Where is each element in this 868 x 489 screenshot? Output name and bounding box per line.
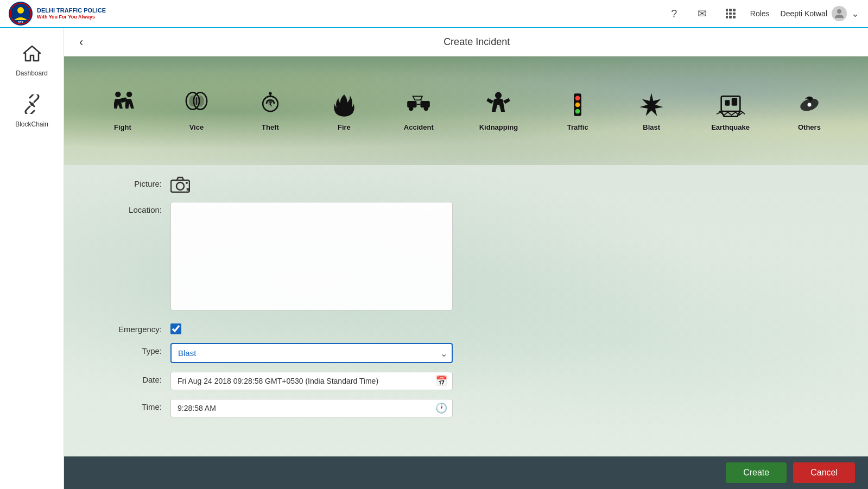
mail-icon: ✉ xyxy=(698,7,707,20)
svg-point-31 xyxy=(807,103,811,106)
kidnapping-icon xyxy=(484,91,512,121)
incident-type-others[interactable]: Others xyxy=(791,86,828,136)
location-control xyxy=(170,202,453,313)
others-label: Others xyxy=(798,123,821,131)
traffic-icon xyxy=(563,91,592,121)
incident-types: Fight Vice xyxy=(64,56,868,165)
emergency-checkbox[interactable] xyxy=(170,323,181,334)
incident-type-theft[interactable]: ₹ Theft xyxy=(252,86,289,136)
page-title: Create Incident xyxy=(96,36,857,48)
incident-type-fire[interactable]: Fire xyxy=(326,86,363,136)
sidebar: Dashboard BlockChain xyxy=(0,28,64,489)
svg-text:DTP: DTP xyxy=(18,21,24,24)
blast-icon xyxy=(637,91,666,121)
vice-label: Vice xyxy=(189,123,204,131)
svg-text:₹: ₹ xyxy=(268,100,273,108)
svg-point-15 xyxy=(269,92,271,94)
type-row: Type: Fight Vice Theft Fire Accident Kid… xyxy=(107,343,825,363)
svg-point-24 xyxy=(575,96,580,100)
content-area: ‹ Create Incident xyxy=(64,28,868,489)
sidebar-item-label-dashboard: Dashboard xyxy=(16,69,48,77)
picture-row: Picture: xyxy=(107,176,825,193)
incident-type-fight[interactable]: Fight xyxy=(104,86,141,136)
svg-point-21 xyxy=(424,106,429,111)
chevron-down-icon: ⌄ xyxy=(851,8,859,20)
date-input[interactable] xyxy=(170,372,453,390)
sidebar-item-blockchain[interactable]: BlockChain xyxy=(0,88,64,135)
back-button[interactable]: ‹ xyxy=(75,33,87,52)
incident-type-earthquake[interactable]: Earthquake xyxy=(707,86,754,136)
date-row: Date: 📅 xyxy=(107,372,825,390)
create-button[interactable]: Create xyxy=(726,462,787,483)
camera-button[interactable] xyxy=(170,176,190,193)
location-label: Location: xyxy=(107,202,162,214)
incident-type-kidnapping[interactable]: Kidnapping xyxy=(475,86,523,136)
page-header: ‹ Create Incident xyxy=(64,28,868,56)
user-menu[interactable]: Deepti Kotwal ⌄ xyxy=(781,6,859,21)
user-avatar xyxy=(832,6,847,21)
time-input[interactable] xyxy=(170,399,453,417)
time-control: 🕐 xyxy=(170,399,453,417)
svg-point-34 xyxy=(186,182,188,184)
theft-icon: ₹ xyxy=(256,91,284,121)
time-label: Time: xyxy=(107,399,162,411)
location-input[interactable] xyxy=(170,202,453,310)
theft-label: Theft xyxy=(262,123,279,131)
logo: DTP xyxy=(9,2,33,26)
accident-icon xyxy=(404,91,433,121)
chain-icon xyxy=(22,94,42,118)
logo-area: DTP DELHI TRAFFIC POLICE With You For Yo… xyxy=(9,2,106,26)
earthquake-icon xyxy=(717,91,745,121)
bottom-bar: Create Cancel xyxy=(64,456,868,489)
cancel-button[interactable]: Cancel xyxy=(793,462,855,483)
svg-point-33 xyxy=(176,182,184,190)
blast-label: Blast xyxy=(643,123,660,131)
accident-label: Accident xyxy=(404,123,434,131)
form-section: Picture: xyxy=(64,165,868,456)
top-nav: DTP DELHI TRAFFIC POLICE With You For Yo… xyxy=(0,0,868,28)
incident-type-blast[interactable]: Blast xyxy=(633,86,670,136)
help-icon: ? xyxy=(671,8,677,20)
user-name: Deepti Kotwal xyxy=(781,9,827,18)
help-button[interactable]: ? xyxy=(666,5,683,22)
fight-label: Fight xyxy=(114,123,131,131)
roles-button[interactable]: Roles xyxy=(750,9,770,18)
svg-rect-12 xyxy=(196,97,197,105)
type-select[interactable]: Fight Vice Theft Fire Accident Kidnappin… xyxy=(170,343,453,363)
mail-button[interactable]: ✉ xyxy=(694,5,711,22)
svg-point-20 xyxy=(409,106,414,111)
svg-point-6 xyxy=(115,91,121,97)
sidebar-item-label-blockchain: BlockChain xyxy=(15,120,48,128)
svg-point-9 xyxy=(189,95,197,106)
fire-label: Fire xyxy=(338,123,351,131)
home-icon xyxy=(22,43,42,67)
clock-icon[interactable]: 🕐 xyxy=(435,402,447,414)
incident-type-traffic[interactable]: Traffic xyxy=(559,86,596,136)
svg-point-25 xyxy=(575,102,580,107)
apps-button[interactable] xyxy=(722,5,739,22)
nav-icons: ? ✉ Roles Deepti Kotwal ⌄ xyxy=(666,5,859,22)
type-label: Type: xyxy=(107,343,162,355)
svg-point-3 xyxy=(837,9,841,14)
camera-icon xyxy=(170,176,190,193)
emergency-label: Emergency: xyxy=(107,321,162,334)
calendar-icon[interactable]: 📅 xyxy=(435,375,447,387)
svg-point-7 xyxy=(126,91,132,97)
incident-type-vice[interactable]: Vice xyxy=(178,86,215,136)
kidnapping-label: Kidnapping xyxy=(479,123,518,131)
emergency-control xyxy=(170,321,453,334)
emergency-row: Emergency: xyxy=(107,321,825,334)
location-row: Location: xyxy=(107,202,825,313)
form-content: Picture: xyxy=(107,176,825,417)
time-row: Time: 🕐 xyxy=(107,399,825,417)
vice-icon xyxy=(182,91,211,121)
traffic-label: Traffic xyxy=(567,123,588,131)
svg-point-11 xyxy=(197,95,204,106)
earthquake-label: Earthquake xyxy=(711,123,750,131)
fight-icon xyxy=(109,91,137,121)
incident-type-accident[interactable]: Accident xyxy=(400,86,438,136)
date-label: Date: xyxy=(107,372,162,384)
sidebar-item-dashboard[interactable]: Dashboard xyxy=(0,37,64,84)
others-icon xyxy=(795,91,823,121)
picture-control xyxy=(170,176,453,193)
